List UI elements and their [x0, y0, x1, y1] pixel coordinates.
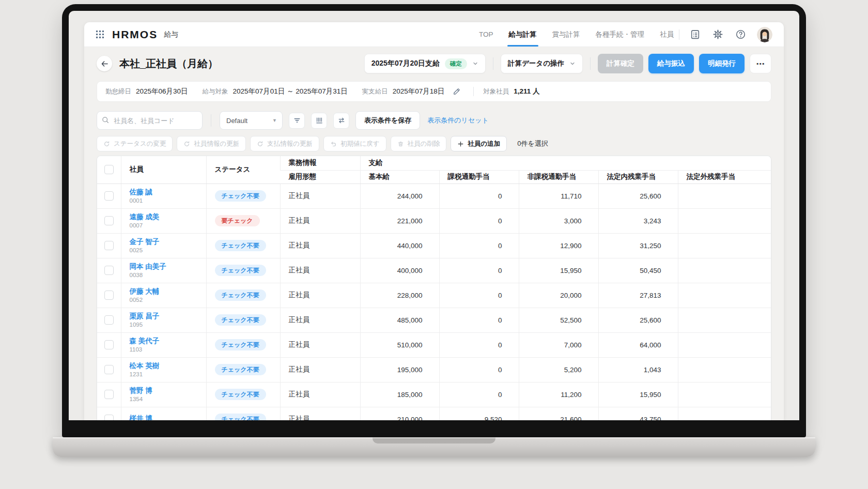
employee-info-update-button[interactable]: 社員情報の更新: [177, 136, 246, 151]
taxable-commute-cell: 0: [439, 382, 519, 407]
refresh-icon: [103, 141, 110, 147]
extra-overtime-cell: [678, 332, 771, 357]
nontaxable-commute-cell: 5,200: [519, 357, 598, 382]
base-salary-cell: 228,000: [360, 283, 439, 308]
row-checkbox[interactable]: [104, 191, 114, 201]
payroll-period: 給与対象 2025年07月01日 ～ 2025年07月31日: [203, 87, 348, 96]
view-preset-select[interactable]: Default ▼: [220, 111, 283, 130]
taxable-commute-cell: 0: [439, 357, 519, 382]
employment-type-cell: 正社員: [280, 233, 360, 258]
row-checkbox[interactable]: [104, 266, 114, 275]
nav-item-employees[interactable]: 社員: [660, 22, 674, 47]
base-salary-cell: 485,000: [360, 308, 439, 332]
table-row: 佐藤 誠 0001 チェック不要 正社員 244,000 0: [97, 184, 771, 208]
extra-overtime-cell: [678, 258, 771, 283]
row-checkbox[interactable]: [104, 415, 114, 420]
employee-code: 0052: [130, 297, 206, 303]
taxable-commute-cell: 0: [439, 233, 519, 258]
employment-type-cell: 正社員: [280, 283, 360, 308]
edit-pencil-icon[interactable]: [450, 84, 464, 99]
row-checkbox[interactable]: [104, 390, 114, 399]
employee-name-link[interactable]: 桜井 博: [130, 415, 152, 420]
salary-transfer-button[interactable]: 給与振込: [648, 54, 694, 73]
select-all-checkbox[interactable]: [104, 165, 114, 174]
row-checkbox[interactable]: [104, 340, 114, 349]
payment-info-update-button[interactable]: 支払情報の更新: [250, 136, 319, 151]
table-row: 桜井 博 チェック不要 正社員 210,000 9,520: [97, 407, 771, 420]
search-input[interactable]: [97, 111, 203, 130]
legal-overtime-cell: 25,600: [598, 308, 678, 332]
chevron-down-icon: [472, 60, 478, 67]
filter-icon-button[interactable]: [289, 113, 305, 129]
back-button[interactable]: [97, 56, 112, 71]
employee-cell: 金子 智子 0025: [121, 233, 206, 258]
table-row: 菅野 博 1354 チェック不要 正社員 185,000 0: [97, 382, 771, 407]
payroll-table-grid: 社員 ステータス 業務情報 支給 雇用形態 基本給 課税通勤手当 非課税通勤手当: [97, 156, 771, 420]
employee-code: 0038: [130, 272, 206, 278]
taxable-commute-cell: 0: [439, 283, 519, 308]
table-row: 遠藤 成美 0007 要チェック 正社員 221,000 0: [97, 208, 771, 233]
gear-icon[interactable]: [711, 28, 724, 41]
row-checkbox[interactable]: [104, 291, 114, 300]
extra-overtime-cell: [678, 184, 771, 208]
payslip-issue-button[interactable]: 明細発行: [699, 54, 745, 73]
row-checkbox[interactable]: [104, 216, 114, 225]
row-checkbox[interactable]: [104, 315, 114, 325]
divider: [590, 57, 591, 70]
help-icon[interactable]: [734, 28, 747, 41]
nav-item-top[interactable]: TOP: [479, 22, 493, 47]
payroll-period-select[interactable]: 2025年07月20日支給 確定: [364, 54, 486, 73]
product-name: 給与: [164, 30, 178, 39]
header-icons: [689, 27, 772, 42]
clipboard-icon[interactable]: [689, 28, 701, 41]
employee-code: 1354: [130, 396, 206, 402]
laptop-screen: HRMOS 給与 TOP 給与計算 賞与計算 各種手続・管理 社員: [69, 11, 799, 420]
employee-code: 0025: [130, 247, 206, 253]
add-employee-button[interactable]: 社員の追加: [451, 136, 507, 151]
status-cell: チェック不要: [206, 233, 280, 258]
group-work-info: 業務情報: [280, 156, 360, 170]
nav-item-procedures[interactable]: 各種手続・管理: [596, 22, 645, 47]
employee-name-link[interactable]: 佐藤 誠: [130, 188, 152, 196]
employee-name-link[interactable]: 金子 智子: [130, 238, 160, 246]
employee-name-link[interactable]: 栗原 昌子: [130, 312, 160, 320]
more-actions-button[interactable]: ⋯: [750, 54, 771, 73]
reset-to-default-button[interactable]: 初期値に戻す: [323, 136, 386, 151]
employee-name-link[interactable]: 伊藤 大輔: [130, 287, 160, 296]
employee-name-link[interactable]: 松本 英樹: [130, 362, 160, 370]
extra-overtime-cell: [678, 382, 771, 407]
employee-name-link[interactable]: 菅野 博: [130, 387, 152, 395]
status-change-button[interactable]: ステータスの変更: [97, 136, 173, 151]
col-nontaxable-commute: 非課税通勤手当: [519, 170, 598, 184]
legal-overtime-cell: 43,750: [598, 407, 678, 420]
status-badge: チェック不要: [215, 389, 266, 400]
row-checkbox[interactable]: [104, 241, 114, 250]
nontaxable-commute-cell: 20,000: [519, 283, 598, 308]
delete-employee-button[interactable]: 社員の削除: [391, 136, 447, 151]
employee-name-link[interactable]: 岡本 由美子: [130, 263, 166, 271]
nontaxable-commute-cell: 11,710: [519, 184, 598, 208]
title-row: 本社_正社員（月給） 2025年07月20日支給 確定: [97, 54, 771, 73]
nav-item-bonus[interactable]: 賞与計算: [552, 22, 580, 47]
nontaxable-commute-cell: 52,500: [519, 308, 598, 332]
reset-view-link[interactable]: 表示条件のリセット: [427, 116, 489, 125]
user-avatar[interactable]: [757, 27, 772, 42]
chevron-down-icon: ▼: [272, 118, 277, 123]
grid-menu-icon[interactable]: [94, 28, 106, 41]
calc-data-ops-select[interactable]: 計算データの操作: [501, 54, 583, 73]
payment-date: 実支給日 2025年07月18日: [362, 87, 445, 96]
row-checkbox[interactable]: [104, 365, 114, 374]
swap-columns-icon-button[interactable]: [333, 113, 349, 129]
divider: [211, 114, 211, 127]
extra-overtime-cell: [678, 283, 771, 308]
save-view-button[interactable]: 表示条件を保存: [355, 111, 420, 130]
employee-name-link[interactable]: 遠藤 成美: [130, 213, 160, 221]
employment-type-cell: 正社員: [280, 357, 360, 382]
calc-confirm-button[interactable]: 計算確定: [598, 54, 643, 73]
nav-item-payroll[interactable]: 給与計算: [509, 22, 537, 47]
legal-overtime-cell: 31,250: [598, 233, 678, 258]
table-row: 森 美代子 1103 チェック不要 正社員 510,000 0: [97, 332, 771, 357]
employment-type-cell: 正社員: [280, 332, 360, 357]
employee-name-link[interactable]: 森 美代子: [130, 337, 160, 345]
columns-icon-button[interactable]: [311, 113, 327, 129]
